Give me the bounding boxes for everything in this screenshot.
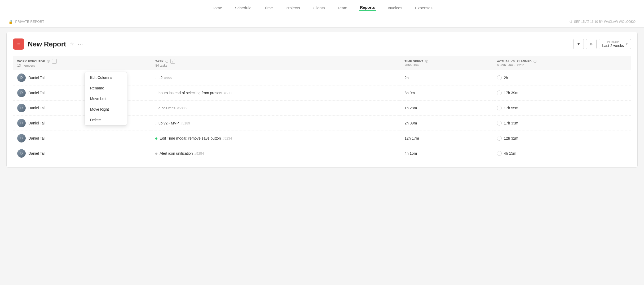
executor-cell: D Daniel Tal — [13, 70, 151, 85]
task-name: Alert icon unification — [160, 151, 193, 156]
task-sort-arrow[interactable]: ↑ — [170, 59, 175, 64]
main-nav: Home Schedule Time Projects Clients Team… — [0, 0, 644, 16]
nav-item-clients[interactable]: Clients — [312, 6, 326, 10]
task-id: #5234 — [222, 136, 232, 140]
history-icon[interactable]: ↺ — [569, 20, 572, 24]
col-header-executor: WORK EXECUTOR ⓘ ↑ 13 members — [13, 56, 151, 70]
avatar: D — [17, 89, 26, 97]
circle-check — [497, 151, 502, 156]
actual-value: 17h 39m — [504, 91, 518, 95]
col-header-time-spent: TIME SPENT ⓘ 786h 30m — [400, 56, 493, 70]
last-saved-text: SEP 15 AT 16:10 BY WACLAW WOLODKO — [574, 20, 636, 24]
actual-vs-planned-cell: 4h 15m — [493, 146, 631, 161]
context-menu-item[interactable]: Rename — [85, 83, 127, 93]
col-header-task: TASK ⓘ ↑ 84 tasks — [151, 56, 400, 70]
task-cell: ...hours instead of selecting from prese… — [151, 85, 400, 101]
task-cell: Alert icon unification#5254 — [151, 146, 400, 161]
nav-item-time[interactable]: Time — [263, 6, 274, 10]
nav-item-projects[interactable]: Projects — [285, 6, 301, 10]
star-icon[interactable]: ☆ — [70, 41, 74, 47]
task-name: ...up v2 - MVP — [155, 121, 179, 125]
avatar: D — [17, 74, 26, 82]
lock-icon: 🔒 — [8, 20, 13, 24]
executor-name: Daniel Tal — [28, 136, 45, 140]
actual-vs-planned-cell: 12h 32m — [493, 131, 631, 146]
time-spent-value: 4h 15m — [404, 151, 417, 156]
context-menu-item[interactable]: Move Right — [85, 104, 127, 115]
executor-info-icon: ⓘ — [47, 60, 50, 63]
sort-button[interactable]: ⇅ — [586, 39, 597, 49]
task-name: ...hours instead of selecting from prese… — [155, 91, 222, 95]
task-id: #955 — [164, 76, 172, 80]
actual-info-icon: ⓘ — [533, 60, 537, 63]
nav-item-team[interactable]: Team — [337, 6, 349, 10]
task-id: #5000 — [224, 91, 233, 95]
status-dot-gray — [155, 153, 157, 155]
report-header: ≡ New Report ☆ ··· ▼ ⇅ PERIOD: Last 2 we… — [13, 38, 631, 50]
executor-name: Daniel Tal — [28, 76, 45, 80]
context-menu: Edit ColumnsRenameMove LeftMove RightDel… — [85, 72, 127, 126]
col-header-actual-vs-planned: ACTUAL VS. PLANNED ⓘ 6579h 54m · 5023h — [493, 56, 631, 70]
executor-sub-label: 13 members — [17, 64, 35, 67]
task-cell: ...up v2 - MVP#5189 — [151, 116, 400, 131]
table-row: D Daniel Tal Edit Time modal: remove sav… — [13, 131, 631, 146]
period-chevron-icon: ▾ — [626, 42, 628, 46]
nav-item-invoices[interactable]: Invoices — [387, 6, 403, 10]
avatar: D — [17, 149, 26, 158]
context-menu-item[interactable]: Edit Columns — [85, 72, 127, 83]
time-info-icon: ⓘ — [425, 60, 428, 63]
time-spent-value: 8h 9m — [404, 91, 415, 95]
context-menu-item[interactable]: Delete — [85, 115, 127, 125]
period-selector[interactable]: PERIOD: Last 2 weeks ▾ — [599, 39, 631, 49]
time-spent-cell: 2h 39m — [400, 116, 493, 131]
executor-name: Daniel Tal — [28, 91, 45, 95]
actual-vs-planned-cell: 17h 55m — [493, 101, 631, 116]
nav-item-schedule[interactable]: Schedule — [234, 6, 253, 10]
sort-icon: ⇅ — [590, 42, 593, 46]
task-info-icon: ⓘ — [165, 60, 169, 63]
task-name: ...t 2 — [155, 76, 162, 80]
circle-check — [497, 121, 502, 126]
circle-check — [497, 136, 502, 141]
task-cell: Edit Time modal: remove save button#5234 — [151, 131, 400, 146]
time-spent-value: 12h 17m — [404, 136, 419, 140]
time-spent-value: 2h 39m — [404, 121, 417, 125]
time-spent-cell: 4h 15m — [400, 146, 493, 161]
task-id: #5189 — [180, 121, 190, 125]
executor-name: Daniel Tal — [28, 121, 45, 125]
nav-item-expenses[interactable]: Expenses — [414, 6, 434, 10]
circle-check — [497, 106, 502, 110]
circle-check — [497, 90, 502, 95]
executor-sort-arrow[interactable]: ↑ — [52, 59, 57, 64]
table-row: D Daniel Tal Alert icon unification#5254… — [13, 146, 631, 161]
time-spent-cell: 2h — [400, 70, 493, 85]
task-cell: ...e columns#5036 — [151, 101, 400, 116]
context-menu-item[interactable]: Move Left — [85, 93, 127, 104]
actual-vs-planned-cell: 17h 39m — [493, 85, 631, 101]
executor-cell: D Daniel Tal — [13, 85, 151, 101]
actual-sub-label: 6579h 54m · 5023h — [497, 63, 524, 67]
report-table-wrapper: WORK EXECUTOR ⓘ ↑ 13 members TASK ⓘ ↑ 84… — [13, 56, 631, 161]
report-card: ≡ New Report ☆ ··· ▼ ⇅ PERIOD: Last 2 we… — [6, 32, 638, 168]
executor-cell: D Daniel Tal — [13, 101, 151, 116]
main-content: ≡ New Report ☆ ··· ▼ ⇅ PERIOD: Last 2 we… — [0, 28, 644, 172]
executor-name: Daniel Tal — [28, 151, 45, 156]
task-id: #5036 — [177, 106, 187, 110]
nav-item-home[interactable]: Home — [210, 6, 223, 10]
task-sub-label: 84 tasks — [155, 64, 167, 67]
actual-value: 4h 15m — [504, 151, 516, 156]
filter-button[interactable]: ▼ — [573, 39, 584, 49]
filter-icon: ▼ — [576, 42, 581, 46]
nav-item-reports[interactable]: Reports — [359, 5, 376, 11]
more-options-icon[interactable]: ··· — [78, 41, 83, 47]
task-name: Edit Time modal: remove save button — [160, 136, 221, 140]
task-name: ...e columns — [155, 106, 175, 110]
time-sub-label: 786h 30m — [404, 63, 418, 67]
task-id: #5254 — [195, 152, 204, 156]
avatar: D — [17, 134, 26, 142]
actual-value: 17h 55m — [504, 106, 518, 110]
report-title-section: ≡ New Report ☆ ··· — [13, 38, 83, 50]
time-spent-cell: 1h 28m — [400, 101, 493, 116]
actual-vs-planned-cell: 17h 33m — [493, 116, 631, 131]
executor-cell: D Daniel Tal — [13, 131, 151, 146]
